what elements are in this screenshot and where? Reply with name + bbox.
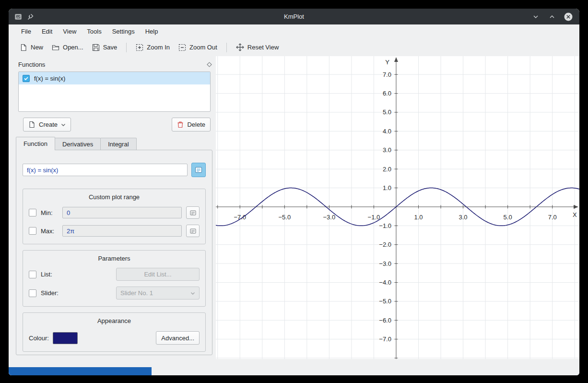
colour-label: Colour: (29, 335, 49, 342)
function-list-item[interactable]: f(x) = sin(x) (19, 72, 210, 84)
save-icon (92, 44, 100, 51)
max-label: Max: (41, 227, 58, 235)
y-tick-label: −5.0 (379, 298, 391, 305)
zoom-in-icon (136, 44, 143, 51)
close-button[interactable] (563, 12, 574, 22)
functions-panel-title: Functions (18, 61, 45, 68)
menu-tools[interactable]: Tools (82, 26, 106, 37)
x-tick-label: −3.0 (323, 214, 336, 221)
y-tick-label: 6.0 (383, 90, 391, 97)
toolbar-separator (126, 43, 127, 52)
function-list-item-label: f(x) = sin(x) (34, 75, 65, 82)
parameter-slider-label: Slider: (41, 289, 59, 297)
status-bar (9, 359, 579, 375)
x-tick-label: 1.0 (414, 214, 423, 221)
new-button[interactable]: New (15, 41, 47, 54)
maximize-button[interactable] (547, 12, 557, 22)
status-highlight (9, 367, 152, 375)
tick-labels: −7.0−5.0−3.0−1.01.03.05.07.07.06.05.04.0… (234, 59, 577, 343)
reset-view-button[interactable]: Reset View (232, 40, 283, 54)
y-tick-label: 3.0 (383, 146, 391, 154)
tab-derivatives[interactable]: Derivatives (55, 138, 101, 150)
max-input[interactable] (62, 225, 182, 237)
open-button-label: Open... (63, 44, 83, 51)
reset-view-icon (236, 43, 244, 51)
min-input[interactable] (62, 207, 182, 218)
min-label: Min: (41, 209, 58, 216)
max-checkbox[interactable] (29, 227, 36, 235)
parameter-slider-checkbox[interactable] (29, 289, 36, 297)
main-toolbar: New Open... Save Zoom In Zoom Out Reset … (9, 38, 579, 56)
trash-icon (177, 121, 184, 128)
y-tick-label: −1.0 (379, 222, 391, 229)
menu-file[interactable]: File (16, 26, 36, 37)
toolbar-separator (226, 43, 227, 52)
x-tick-label: 7.0 (548, 214, 557, 221)
x-axis-label: X (573, 211, 577, 218)
y-tick-label: −4.0 (379, 279, 391, 286)
y-tick-label: 1.0 (383, 184, 391, 192)
parameter-list-checkbox[interactable] (29, 271, 36, 278)
zoom-out-button-label: Zoom Out (189, 44, 217, 51)
chevron-down-icon (190, 291, 195, 295)
min-equation-editor-button[interactable] (186, 206, 200, 219)
create-button-label: Create (39, 121, 58, 128)
appearance-title: Appearance (29, 317, 200, 324)
x-tick-label: −1.0 (368, 214, 380, 221)
chevron-down-icon (61, 123, 66, 127)
zoom-out-icon (178, 44, 186, 51)
tab-integral[interactable]: Integral (100, 138, 136, 150)
y-tick-label: −7.0 (379, 335, 391, 343)
save-button[interactable]: Save (88, 41, 122, 54)
equation-input[interactable] (23, 164, 188, 176)
y-tick-label: −3.0 (379, 260, 391, 267)
function-visible-checkbox[interactable] (23, 75, 30, 82)
zoom-in-button[interactable]: Zoom In (131, 41, 174, 54)
dock-float-icon[interactable] (207, 62, 212, 67)
y-tick-label: 5.0 (383, 108, 391, 116)
function-tabs: Function Derivatives Integral (13, 136, 216, 150)
parameter-list-label: List: (41, 271, 52, 278)
edit-list-button: Edit List... (116, 268, 200, 281)
create-icon (28, 121, 35, 128)
plot-canvas[interactable]: −7.0−5.0−3.0−1.01.03.05.07.07.06.05.04.0… (216, 56, 579, 359)
advanced-button-label: Advanced... (161, 335, 194, 342)
delete-button[interactable]: Delete (172, 118, 211, 132)
menu-edit[interactable]: Edit (37, 26, 57, 37)
menu-help[interactable]: Help (141, 26, 163, 37)
y-tick-label: 2.0 (383, 166, 391, 173)
x-tick-label: −5.0 (278, 214, 291, 221)
pin-icon[interactable] (27, 13, 34, 20)
new-button-label: New (31, 44, 43, 51)
title-bar[interactable]: KmPlot (9, 9, 579, 24)
zoom-out-button[interactable]: Zoom Out (174, 41, 222, 54)
custom-plot-range-title: Custom plot range (29, 193, 200, 201)
menu-settings[interactable]: Settings (107, 26, 140, 37)
min-checkbox[interactable] (29, 209, 36, 216)
zoom-in-button-label: Zoom In (147, 44, 170, 51)
open-folder-icon (52, 44, 59, 51)
open-button[interactable]: Open... (47, 41, 88, 54)
function-list[interactable]: f(x) = sin(x) (18, 72, 211, 112)
custom-plot-range-group: Custom plot range Min: Max: (23, 189, 206, 244)
minimize-button[interactable] (530, 12, 541, 22)
reset-view-button-label: Reset View (247, 44, 279, 51)
functions-panel: Functions f(x) = sin(x) Create (9, 56, 216, 359)
tab-function[interactable]: Function (16, 137, 55, 150)
save-button-label: Save (103, 44, 118, 51)
advanced-button[interactable]: Advanced... (156, 331, 200, 345)
menu-view[interactable]: View (58, 26, 81, 37)
function-tab-page: Custom plot range Min: Max: (16, 150, 212, 355)
slider-select-value: Slider No. 1 (120, 289, 153, 297)
max-equation-editor-button[interactable] (186, 225, 200, 237)
y-tick-label: −6.0 (379, 317, 391, 324)
y-tick-label: 4.0 (383, 128, 391, 135)
grid (216, 56, 579, 359)
axes (216, 57, 578, 359)
create-button[interactable]: Create (23, 118, 71, 132)
appearance-group: Appearance Colour: Advanced... (23, 312, 206, 352)
equation-editor-button[interactable] (191, 163, 206, 177)
plot-area[interactable]: −7.0−5.0−3.0−1.01.03.05.07.07.06.05.04.0… (216, 56, 579, 359)
colour-swatch[interactable] (53, 332, 78, 344)
y-axis-label: Y (385, 59, 389, 66)
